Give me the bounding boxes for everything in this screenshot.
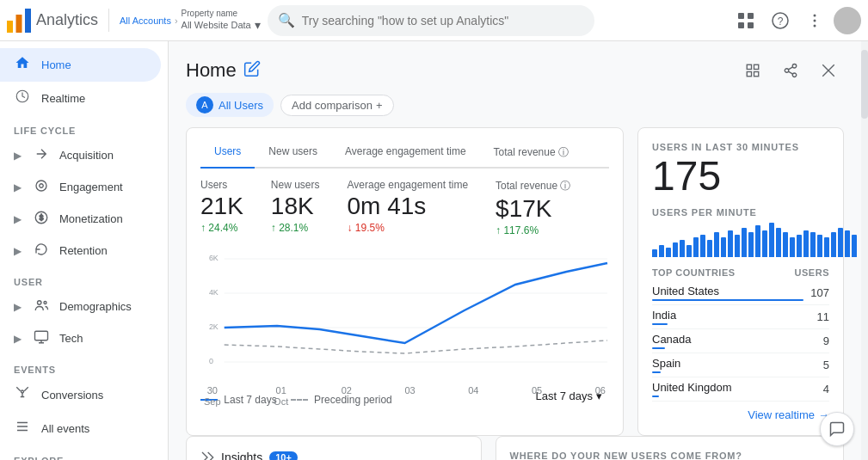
chart-x-labels: 30Sep 01Oct 02 03 04 05 06 [200,385,609,408]
country-bar-wrap [652,299,803,301]
metric-new-users: New users 18K ↑ 28.1% [271,179,320,236]
breadcrumb-root[interactable]: All Accounts [120,15,171,26]
country-count: 107 [810,286,829,299]
country-name: United States [652,285,803,297]
sidebar-item-tech[interactable]: ▶ Tech [0,322,161,354]
sidebar-item-engagement[interactable]: ▶ Engagement [0,171,161,203]
metric-users-value: 21K [200,193,243,220]
retention-icon [34,242,49,260]
tab-avg-engagement[interactable]: Average engagement time [331,142,480,169]
metric-avg-change: ↓ 19.5% [348,222,469,234]
conversions-icon [14,385,31,405]
property-value: All Website Data [182,20,251,30]
country-name-block: India [652,309,810,325]
x-label-7: 06 [595,385,606,408]
share-button[interactable] [775,55,806,86]
tab-total-revenue[interactable]: Total revenue ⓘ [480,142,582,169]
insights-label: Insights [221,451,262,460]
insights-button[interactable] [813,55,844,86]
sidebar-realtime-label: Realtime [41,92,85,105]
search-bar[interactable]: 🔍 [268,5,594,36]
bar-item [721,237,726,257]
sidebar-conversions-label: Conversions [41,389,103,402]
bar-item [735,235,740,257]
sidebar-item-acquisition[interactable]: ▶ Acquisition [0,139,161,171]
countries-list: United States 107 India 11 Canada 9 Spai… [652,281,829,402]
bottom-row: Insights 10+ WHERE DO YOUR NEW USERS COM… [186,436,844,460]
x-label-3: 02 [342,385,352,408]
chart-area: 6K 4K 2K 0 [200,250,609,379]
breadcrumb-property: Property name [182,9,261,18]
search-input[interactable] [302,14,584,28]
realtime-value: 175 [652,156,829,197]
scrollbar[interactable] [861,41,868,460]
svg-text:4K: 4K [209,288,219,297]
all-users-chip[interactable]: A All Users [186,93,274,117]
tab-new-users[interactable]: New users [255,142,331,169]
page-title-text: Home [186,59,237,82]
apps-button[interactable] [730,5,761,36]
sidebar-section-lifecycle: LIFE CYCLE [0,115,168,139]
add-comparison-label: Add comparison [292,99,372,112]
countries-header-label: TOP COUNTRIES [652,267,736,278]
tech-icon [34,329,49,347]
home-icon [14,55,31,75]
bar-item [755,225,760,257]
country-row: Canada 9 [652,329,829,353]
metrics-card: Users New users Average engagement time … [186,127,624,436]
header-actions [737,55,844,86]
monetization-icon: $ [34,210,49,228]
sidebar-item-realtime[interactable]: Realtime [0,82,161,115]
country-count: 5 [823,359,829,371]
country-name: United Kingdom [652,381,816,394]
chat-button[interactable] [820,412,854,446]
more-button[interactable] [799,5,830,36]
add-comparison-button[interactable]: Add comparison + [280,95,394,116]
scrollbar-thumb[interactable] [861,50,868,119]
insights-badge: 10+ [269,451,298,460]
breadcrumb-separator: › [175,15,178,26]
country-row: India 11 [652,305,829,329]
country-bar [652,323,668,325]
sidebar-item-home[interactable]: Home [0,48,161,82]
breadcrumb: All Accounts › Property name All Website… [108,9,261,32]
help-button[interactable]: ? [765,5,796,36]
comparison-bar: A All Users Add comparison + [186,93,844,117]
country-bar [652,347,665,349]
tab-users[interactable]: Users [200,142,255,169]
sidebar-item-demographics[interactable]: ▶ Demographics [0,291,161,322]
sidebar-item-conversions[interactable]: Conversions [0,378,161,412]
edit-dashboard-icon[interactable] [243,60,261,82]
countries-header: TOP COUNTRIES USERS [652,267,829,278]
realtime-sub-label: USERS PER MINUTE [652,207,829,218]
country-name-block: Canada [652,333,816,349]
svg-point-20 [22,390,24,393]
bar-item [838,228,843,257]
metric-revenue: Total revenue ⓘ $17K ↑ 117.6% [496,179,570,236]
svg-point-13 [36,181,46,191]
logo: Analytics [7,9,102,33]
property-value-dropdown[interactable]: All Website Data ▾ [182,18,261,32]
bar-item [831,232,836,257]
metrics-row: Users 21K ↑ 24.4% New users 18K ↑ 28.1% … [200,179,609,236]
sidebar-item-all-events[interactable]: All events [0,412,161,445]
svg-rect-0 [7,21,13,33]
sidebar-item-retention[interactable]: ▶ Retention [0,235,161,267]
help-icon: ? [772,12,789,29]
sidebar-all-events-label: All events [41,422,89,435]
view-realtime-link[interactable]: View realtime → [652,408,829,421]
bar-item [790,237,795,257]
property-dropdown[interactable]: Property name All Website Data ▾ [182,9,261,32]
customise-button[interactable] [737,55,768,86]
user-chip-avatar: A [196,96,213,113]
svg-point-30 [785,69,789,73]
bar-item [700,235,705,257]
insights-card: Insights 10+ [186,436,482,460]
avatar[interactable] [834,7,861,34]
sidebar-item-monetization[interactable]: ▶ $ Monetization [0,203,161,235]
arrow-icon: ▶ [14,150,22,162]
realtime-card: USERS IN LAST 30 MINUTES 175 USERS PER M… [637,127,844,436]
more-icon [806,12,823,29]
svg-point-31 [792,73,797,77]
svg-point-10 [814,19,816,21]
